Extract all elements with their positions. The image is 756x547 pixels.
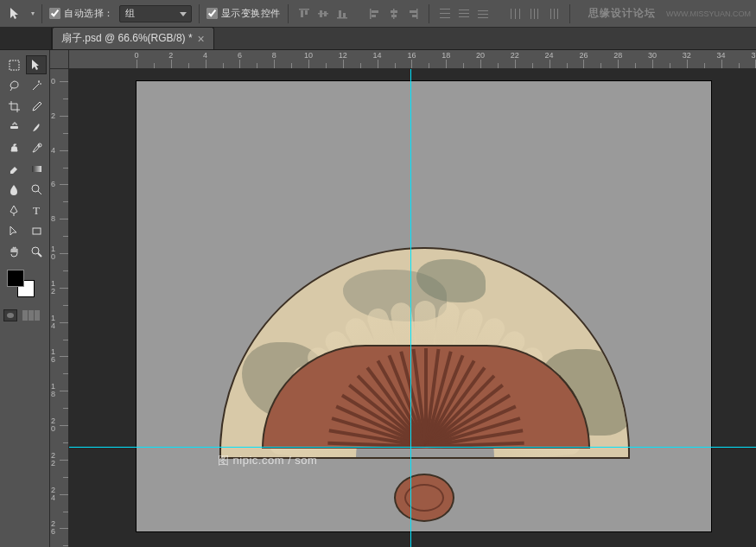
auto-select-input[interactable]	[49, 8, 60, 19]
magic-wand-tool[interactable]	[26, 76, 47, 95]
svg-rect-31	[534, 9, 535, 19]
crop-tool[interactable]	[3, 97, 24, 116]
foreground-color-swatch[interactable]	[7, 270, 24, 287]
watermark-forum: 思缘设计论坛	[588, 6, 656, 21]
svg-rect-24	[478, 10, 488, 11]
svg-rect-18	[440, 9, 450, 10]
align-bottom-edges[interactable]	[334, 5, 351, 22]
screen-mode-button[interactable]	[22, 310, 40, 321]
align-group-1	[295, 5, 351, 22]
svg-rect-28	[515, 9, 516, 19]
align-horizontal-centers[interactable]	[385, 5, 403, 22]
guide-vertical[interactable]	[410, 69, 411, 547]
pen-tool[interactable]	[3, 200, 24, 219]
quick-mask-toggle[interactable]	[3, 309, 17, 321]
align-vertical-centers[interactable]	[314, 5, 332, 22]
svg-rect-22	[459, 13, 469, 14]
marquee-tool[interactable]	[3, 55, 24, 74]
move-tool[interactable]	[26, 55, 47, 74]
fan-pivot	[394, 474, 454, 522]
svg-rect-17	[412, 15, 416, 17]
history-brush-tool[interactable]	[26, 138, 47, 157]
dropdown-arrow-icon: ▾	[31, 10, 35, 17]
auto-select-target-dropdown[interactable]: 组	[119, 5, 192, 22]
svg-rect-27	[511, 9, 511, 19]
stock-watermark: 图 nipic.com / som	[218, 453, 317, 468]
svg-rect-30	[530, 9, 531, 19]
align-top-edges[interactable]	[295, 5, 313, 22]
ruler-horizontal[interactable]: 02468101214161820222426283032343638	[69, 50, 756, 69]
svg-rect-37	[10, 126, 18, 129]
type-tool[interactable]: T	[26, 200, 47, 219]
blur-tool[interactable]	[3, 180, 24, 199]
svg-rect-11	[372, 15, 376, 17]
document-tab-bar: 扇子.psd @ 66.6%(RGB/8) * ×	[0, 28, 756, 50]
svg-rect-4	[320, 10, 322, 17]
align-group-2	[366, 5, 422, 22]
distribute-vcenter[interactable]	[455, 5, 473, 22]
auto-select-checkbox[interactable]: 自动选择：	[49, 7, 114, 20]
distribute-group-2	[507, 5, 562, 22]
eyedropper-tool[interactable]	[26, 97, 47, 116]
guide-horizontal[interactable]	[69, 447, 756, 448]
distribute-hcenter[interactable]	[526, 5, 543, 22]
svg-rect-29	[519, 9, 520, 19]
rectangle-tool[interactable]	[26, 221, 47, 240]
svg-rect-10	[372, 10, 378, 13]
svg-rect-5	[324, 11, 327, 16]
hand-tool[interactable]	[3, 242, 24, 261]
photoshop-app: ▾ 自动选择： 组 显示变换控件	[0, 0, 756, 547]
distribute-right[interactable]	[545, 5, 562, 22]
svg-rect-34	[554, 9, 555, 19]
svg-rect-7	[339, 10, 341, 17]
main-area: T 02468101214161820222426283032343638 02…	[0, 50, 756, 547]
healing-brush-tool[interactable]	[3, 118, 24, 137]
distribute-left[interactable]	[507, 5, 524, 22]
svg-rect-14	[391, 15, 397, 17]
align-right-edges[interactable]	[404, 5, 422, 22]
show-transform-input[interactable]	[206, 8, 218, 19]
tools-panel: T	[0, 50, 50, 547]
show-transform-label: 显示变换控件	[221, 7, 281, 20]
svg-point-43	[32, 247, 39, 254]
svg-rect-16	[410, 10, 416, 13]
svg-point-40	[32, 185, 39, 192]
eraser-tool[interactable]	[3, 159, 24, 178]
clone-stamp-tool[interactable]	[3, 138, 24, 157]
svg-rect-32	[537, 9, 538, 19]
path-selection-tool[interactable]	[3, 221, 24, 240]
gradient-tool[interactable]	[26, 159, 47, 178]
svg-rect-21	[459, 10, 469, 10]
svg-rect-2	[305, 10, 308, 15]
separator	[288, 4, 289, 23]
zoom-tool[interactable]	[26, 242, 47, 261]
distribute-group-1	[436, 5, 492, 22]
dodge-tool[interactable]	[26, 180, 47, 199]
svg-rect-0	[299, 9, 309, 10]
svg-rect-12	[393, 9, 395, 19]
svg-rect-36	[10, 60, 19, 70]
lasso-tool[interactable]	[3, 76, 24, 95]
distribute-bottom[interactable]	[474, 5, 492, 22]
document-tab-title: 扇子.psd @ 66.6%(RGB/8) *	[61, 31, 193, 46]
ruler-origin[interactable]	[50, 50, 69, 69]
separator	[41, 4, 42, 23]
svg-rect-35	[557, 9, 558, 19]
svg-rect-1	[301, 10, 303, 17]
ruler-vertical[interactable]: 02468101214161820222426	[50, 69, 69, 547]
svg-rect-20	[440, 17, 450, 18]
svg-rect-42	[33, 228, 41, 234]
color-swatches[interactable]	[7, 270, 35, 297]
svg-rect-15	[416, 9, 418, 19]
document-tab[interactable]: 扇子.psd @ 66.6%(RGB/8) * ×	[52, 27, 214, 49]
svg-rect-9	[370, 9, 372, 19]
svg-rect-23	[459, 16, 469, 17]
show-transform-checkbox[interactable]: 显示变换控件	[206, 7, 281, 20]
distribute-top[interactable]	[436, 5, 454, 22]
svg-rect-19	[440, 13, 450, 14]
viewport[interactable]: 图 nipic.com / som	[69, 69, 756, 547]
brush-tool[interactable]	[26, 118, 47, 137]
document-canvas[interactable]: 图 nipic.com / som	[137, 81, 711, 531]
close-tab-icon[interactable]: ×	[198, 33, 205, 45]
align-left-edges[interactable]	[366, 5, 384, 22]
